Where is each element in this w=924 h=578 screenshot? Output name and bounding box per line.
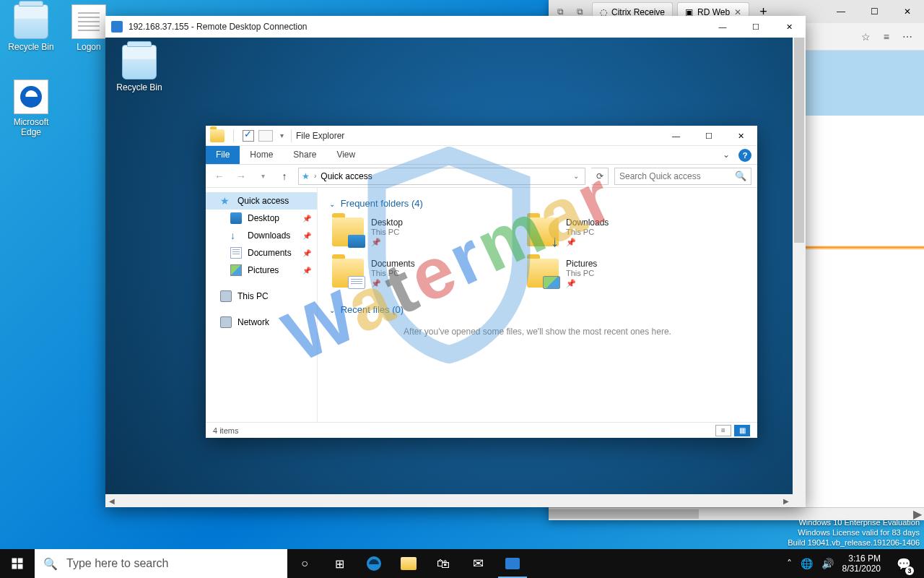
sidebar-item-documents[interactable]: Documents 📌	[206, 244, 317, 262]
view-tiles-button[interactable]: ▦	[734, 425, 750, 436]
fe-minimize-button[interactable]: —	[660, 126, 692, 146]
pin-icon: 📌	[302, 267, 311, 275]
address-dropdown-icon[interactable]: ⌄	[570, 172, 582, 180]
desktop-icon-edge[interactable]: Microsoft Edge	[6, 79, 56, 137]
pin-icon: 📌	[302, 232, 311, 240]
folder-item-downloads[interactable]: DownloadsThis PC📌	[524, 215, 697, 250]
scrollbar-thumb[interactable]	[549, 509, 699, 519]
fe-maximize-button[interactable]: ☐	[692, 126, 725, 146]
rdc-maximize-button[interactable]: ☐	[739, 16, 772, 38]
history-dropdown-icon[interactable]: ⧉	[572, 7, 588, 17]
evaluation-watermark: Windows 10 Enterprise Evaluation Windows…	[788, 517, 920, 548]
nav-recent-dropdown[interactable]: ▾	[255, 168, 271, 184]
sidebar-item-network[interactable]: Network	[206, 314, 317, 331]
rdc-window: 192.168.37.155 - Remote Desktop Connecti…	[105, 16, 806, 507]
sidebar-item-quick-access[interactable]: ★ Quick access	[206, 192, 317, 210]
reading-list-icon[interactable]: ≡	[884, 31, 889, 43]
eval-line: Windows License valid for 83 days	[788, 527, 920, 538]
fe-content-pane[interactable]: ⌄ Frequent folders (4) DesktopThis PC📌Do…	[318, 188, 757, 422]
ribbon-view-tab[interactable]: View	[326, 146, 365, 164]
rdc-close-button[interactable]: ✕	[772, 16, 806, 38]
browser-close-button[interactable]: ✕	[891, 0, 924, 23]
taskbar-app-file-explorer[interactable]	[391, 549, 426, 578]
fe-navbar: ← → ▾ ↑ ★ › Quick access ⌄ ⟳ 🔍	[206, 165, 757, 188]
task-view-button[interactable]: ⊞	[322, 549, 357, 578]
svg-rect-1	[18, 558, 23, 564]
nav-forward-button[interactable]: →	[233, 168, 249, 184]
tray-overflow-icon[interactable]: ˄	[787, 558, 792, 569]
taskbar-app-mail[interactable]: ✉	[461, 549, 495, 578]
new-folder-qat-icon[interactable]	[258, 130, 273, 142]
browser-maximize-button[interactable]: ☐	[858, 0, 891, 23]
ribbon-home-tab[interactable]: Home	[240, 146, 283, 164]
folder-item-desktop[interactable]: DesktopThis PC📌	[329, 215, 502, 250]
scrollbar-right-arrow-icon[interactable]: ▶	[780, 494, 793, 507]
taskbar-app-rdc[interactable]	[495, 549, 530, 578]
more-icon[interactable]: ⋯	[902, 31, 912, 43]
pin-icon: 📌	[302, 249, 311, 257]
scrollbar-left-arrow-icon[interactable]: ◀	[105, 494, 118, 507]
refresh-button[interactable]: ⟳	[591, 168, 609, 185]
search-input[interactable]	[619, 171, 735, 181]
sidebar-item-downloads[interactable]: ↓ Downloads 📌	[206, 227, 317, 244]
volume-icon[interactable]: 🔊	[821, 558, 834, 569]
rdc-titlebar[interactable]: 192.168.37.155 - Remote Desktop Connecti…	[105, 16, 806, 38]
sidebar-item-this-pc[interactable]: This PC	[206, 288, 317, 305]
taskbar-app-store[interactable]: 🛍	[426, 549, 461, 578]
rdc-remote-desktop[interactable]: Recycle Bin Watermar ▾ File Explorer —	[105, 38, 793, 494]
search-icon[interactable]: 🔍	[735, 171, 746, 181]
search-box[interactable]: 🔍	[614, 168, 751, 185]
nav-back-button[interactable]: ←	[212, 168, 227, 184]
fe-statusbar: 4 items ≡ ▦	[206, 422, 757, 438]
network-icon	[220, 316, 232, 328]
rdc-h-scrollbar[interactable]: ◀ ▶	[105, 494, 806, 507]
ribbon-expand-icon[interactable]: ⌄	[717, 146, 736, 164]
ribbon-share-tab[interactable]: Share	[283, 146, 326, 164]
folder-icon	[332, 217, 364, 246]
rdc-v-scrollbar[interactable]	[793, 38, 806, 494]
ribbon-file-tab[interactable]: File	[206, 146, 240, 164]
clock-time: 3:16 PM	[842, 553, 881, 564]
history-dropdown-icon[interactable]: ⧉	[553, 7, 568, 17]
taskbar-app-edge[interactable]	[357, 549, 391, 578]
fe-close-button[interactable]: ✕	[725, 126, 757, 146]
folder-item-documents[interactable]: DocumentsThis PC📌	[329, 256, 502, 291]
fe-title: File Explorer	[296, 131, 344, 141]
sidebar-item-label: Downloads	[248, 230, 290, 241]
desktop-icon-recycle-bin[interactable]: Recycle Bin	[6, 4, 56, 52]
network-icon[interactable]: 🌐	[801, 558, 813, 569]
recycle-bin-icon	[14, 4, 48, 39]
svg-rect-0	[12, 558, 17, 564]
remote-desktop-icon-recycle-bin[interactable]: Recycle Bin	[114, 45, 165, 92]
address-bar[interactable]: ★ › Quick access ⌄	[298, 168, 585, 185]
qat-dropdown-icon[interactable]: ▾	[277, 131, 287, 139]
action-center-button[interactable]: 💬 3	[889, 549, 918, 578]
rdc-minimize-button[interactable]: —	[706, 16, 739, 38]
search-placeholder: Type here to search	[66, 557, 168, 570]
help-icon[interactable]: ?	[738, 149, 751, 162]
favorite-icon[interactable]: ☆	[861, 31, 871, 43]
quick-access-star-icon: ★	[302, 171, 310, 181]
sidebar-item-pictures[interactable]: Pictures 📌	[206, 262, 317, 279]
taskbar-search[interactable]: 🔍 Type here to search	[35, 549, 287, 578]
scrollbar-thumb[interactable]	[794, 38, 804, 243]
properties-qat-icon[interactable]	[243, 130, 254, 142]
rdc-title: 192.168.37.155 - Remote Desktop Connecti…	[128, 22, 308, 32]
empty-state-text: After you've opened some files, we'll sh…	[329, 327, 746, 337]
start-button[interactable]	[0, 549, 35, 578]
folder-item-pictures[interactable]: PicturesThis PC📌	[524, 256, 697, 291]
sidebar-item-label: Pictures	[248, 265, 279, 275]
folder-name: Pictures	[566, 259, 597, 269]
view-details-button[interactable]: ≡	[715, 425, 731, 436]
edge-icon	[14, 79, 48, 114]
section-frequent-folders[interactable]: ⌄ Frequent folders (4)	[329, 198, 746, 209]
pin-icon: 📌	[371, 238, 403, 247]
sidebar-item-desktop[interactable]: Desktop 📌	[206, 210, 317, 227]
browser-minimize-button[interactable]: —	[824, 0, 858, 23]
cortana-button[interactable]: ○	[287, 549, 322, 578]
section-recent-files[interactable]: ⌄ Recent files (0)	[329, 304, 746, 315]
taskbar-clock[interactable]: 3:16 PM 8/31/2020	[842, 553, 881, 574]
nav-up-button[interactable]: ↑	[276, 168, 292, 184]
folder-icon[interactable]	[210, 129, 225, 142]
chevron-right-icon[interactable]: ›	[314, 172, 316, 180]
